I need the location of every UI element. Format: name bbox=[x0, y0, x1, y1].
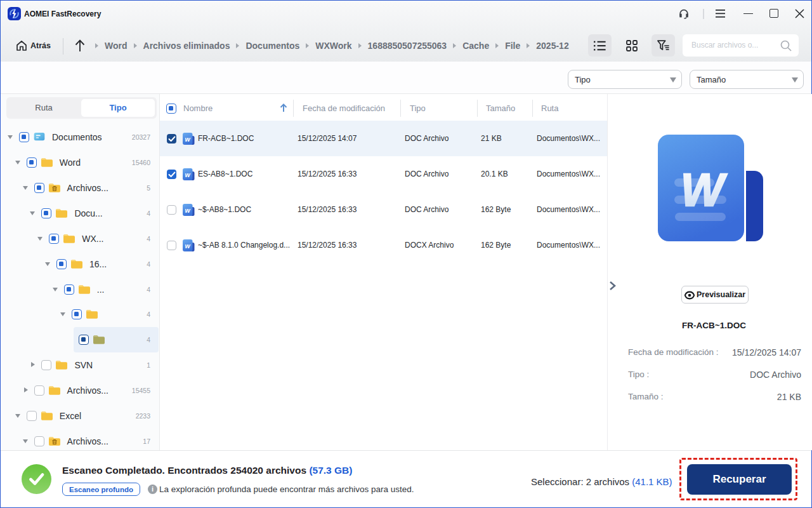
svg-text:W: W bbox=[681, 164, 728, 215]
svg-text:w: w bbox=[185, 206, 191, 214]
svg-text:w: w bbox=[185, 135, 191, 143]
svg-text:w: w bbox=[185, 171, 191, 178]
svg-text:w: w bbox=[185, 242, 191, 250]
